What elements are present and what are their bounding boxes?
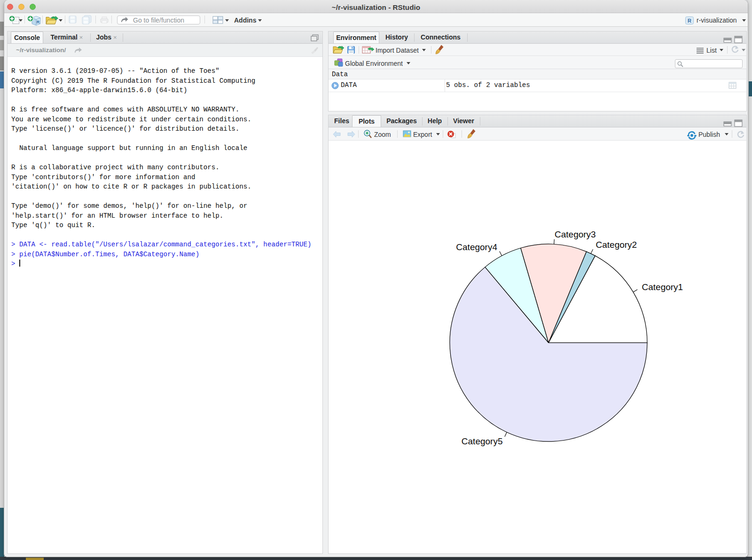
- svg-text:Category1: Category1: [642, 282, 683, 292]
- svg-text:R: R: [37, 20, 40, 24]
- svg-text:Category4: Category4: [456, 242, 497, 252]
- svg-text:Category3: Category3: [555, 229, 596, 239]
- svg-text:Category5: Category5: [462, 436, 503, 446]
- svg-text:R: R: [688, 18, 691, 24]
- svg-text:Category2: Category2: [596, 240, 637, 250]
